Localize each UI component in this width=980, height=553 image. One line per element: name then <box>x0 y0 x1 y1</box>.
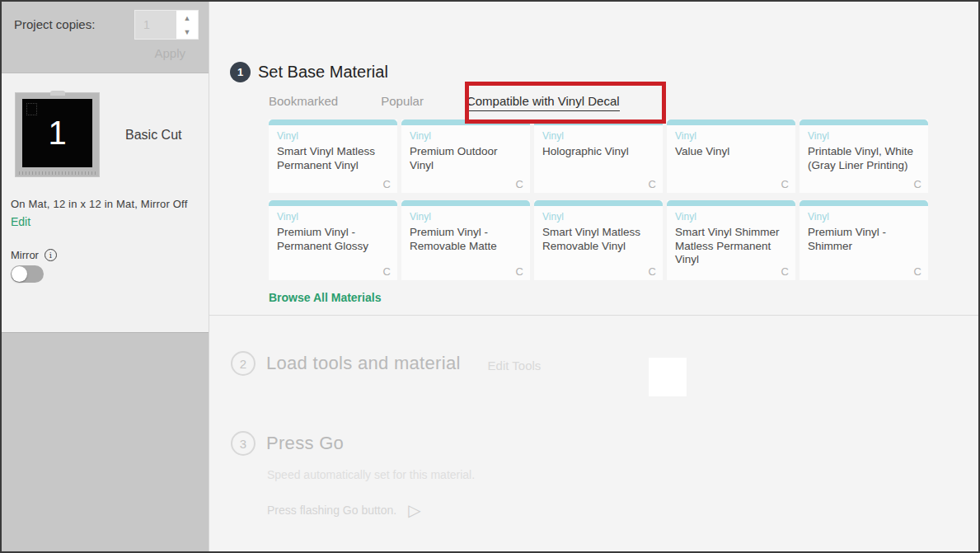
speed-note: Speed automatically set for this materia… <box>267 468 475 481</box>
material-card[interactable]: Vinyl Holographic Vinyl C <box>534 120 663 193</box>
card-accent-bar <box>667 200 795 206</box>
card-accent-bar <box>401 200 530 206</box>
spinner-down-icon[interactable]: ▼ <box>176 25 198 39</box>
mat-ruler-ticks <box>19 171 96 175</box>
material-category: Vinyl <box>808 130 920 142</box>
material-category: Vinyl <box>542 211 654 223</box>
cricut-c-icon: C <box>383 178 391 190</box>
card-accent-bar <box>667 120 795 125</box>
material-name: Holographic Vinyl <box>542 145 654 159</box>
material-category: Vinyl <box>410 211 522 223</box>
press-go-row: Press flashing Go button. ▷ <box>267 502 421 518</box>
material-card[interactable]: Vinyl Premium Vinyl - Shimmer C <box>799 200 928 280</box>
project-copies-label: Project copies: <box>14 17 95 31</box>
material-name: Premium Vinyl - Shimmer <box>808 226 920 253</box>
mat-summary: On Mat, 12 in x 12 in Mat, Mirror Off <box>11 198 204 210</box>
info-icon[interactable]: i <box>45 249 57 261</box>
card-accent-bar <box>799 120 928 125</box>
material-card[interactable]: Vinyl Premium Vinyl - Permanent Glossy C <box>269 200 397 280</box>
step3-header: 3 Press Go <box>231 431 344 456</box>
cricut-c-icon: C <box>383 265 391 278</box>
material-name: Value Vinyl <box>675 145 787 159</box>
material-name: Premium Vinyl - Removable Matte <box>410 226 522 253</box>
cricut-c-icon: C <box>914 265 921 278</box>
step1-badge: 1 <box>230 62 251 82</box>
annotation-red-box <box>465 82 666 124</box>
material-name: Smart Vinyl Shimmer Matless Permanent Vi… <box>675 226 787 267</box>
cricut-c-icon: C <box>649 265 656 278</box>
cricut-c-icon: C <box>781 265 789 278</box>
sidebar-footer <box>2 332 209 551</box>
step1-header: 1 Set Base Material <box>230 62 388 82</box>
card-accent-bar <box>269 120 397 125</box>
material-category: Vinyl <box>675 211 787 223</box>
tab-popular[interactable]: Popular <box>381 94 424 111</box>
step2-title: Load tools and material <box>266 353 461 374</box>
mat-material-area: 1 <box>22 99 92 167</box>
material-category: Vinyl <box>277 130 389 142</box>
project-copies-input[interactable]: 1 ▲ ▼ <box>134 10 199 40</box>
material-card[interactable]: Vinyl Smart Vinyl Shimmer Matless Perman… <box>667 200 795 280</box>
material-card[interactable]: Vinyl Premium Vinyl - Removable Matte C <box>401 200 530 280</box>
material-category: Vinyl <box>808 211 920 223</box>
step1-title: Set Base Material <box>258 63 388 82</box>
mirror-toggle-knob <box>12 266 27 282</box>
card-accent-bar <box>799 200 928 206</box>
cricut-c-icon: C <box>516 265 523 278</box>
mat-number: 1 <box>48 115 66 152</box>
tab-bookmarked[interactable]: Bookmarked <box>269 94 338 111</box>
project-copies-panel: Project copies: 1 ▲ ▼ Apply <box>2 2 209 73</box>
project-copies-value[interactable]: 1 <box>135 11 176 39</box>
mirror-row: Mirror i <box>11 249 57 261</box>
material-category: Vinyl <box>542 130 654 142</box>
annotation-white-box <box>649 358 687 396</box>
material-card[interactable]: Vinyl Value Vinyl C <box>667 120 795 193</box>
card-accent-bar <box>534 200 663 206</box>
material-category: Vinyl <box>675 130 787 142</box>
material-name: Printable Vinyl, White (Gray Liner Print… <box>808 145 920 172</box>
cricut-c-icon: C <box>516 178 523 190</box>
material-category: Vinyl <box>410 130 522 142</box>
apply-button[interactable]: Apply <box>149 45 190 61</box>
mirror-toggle[interactable] <box>11 265 44 283</box>
mat-thumbnail[interactable]: 1 <box>16 93 99 176</box>
cricut-c-icon: C <box>914 178 921 190</box>
mirror-label: Mirror <box>11 249 39 261</box>
material-card[interactable]: Vinyl Printable Vinyl, White (Gray Liner… <box>799 120 928 193</box>
sidebar: Project copies: 1 ▲ ▼ Apply 1 Basic Cut … <box>2 2 209 551</box>
step2-header: 2 Load tools and material Edit Tools <box>231 351 541 376</box>
materials-grid: Vinyl Smart Vinyl Matless Permanent Viny… <box>269 120 929 280</box>
cricut-c-icon: C <box>781 178 789 190</box>
spinner-up-icon[interactable]: ▲ <box>176 11 198 25</box>
material-name: Smart Vinyl Matless Permanent Vinyl <box>277 145 389 172</box>
edit-link[interactable]: Edit <box>11 215 30 228</box>
card-accent-bar <box>269 200 397 206</box>
material-card[interactable]: Vinyl Smart Vinyl Matless Permanent Viny… <box>269 120 397 193</box>
cricut-logo-mark <box>26 103 37 115</box>
go-play-icon: ▷ <box>408 502 420 518</box>
cut-type-label: Basic Cut <box>125 128 181 143</box>
section-divider <box>209 315 978 316</box>
material-card[interactable]: Vinyl Smart Vinyl Matless Removable Viny… <box>534 200 663 280</box>
material-name: Premium Vinyl - Permanent Glossy <box>277 226 389 253</box>
quantity-stepper: ▲ ▼ <box>176 11 198 39</box>
material-name: Premium Outdoor Vinyl <box>410 145 522 172</box>
material-card[interactable]: Vinyl Premium Outdoor Vinyl C <box>401 120 530 193</box>
step2-badge: 2 <box>231 351 256 376</box>
make-it-screen: Project copies: 1 ▲ ▼ Apply 1 Basic Cut … <box>0 0 980 553</box>
cricut-c-icon: C <box>649 178 656 190</box>
step3-title: Press Go <box>266 433 344 454</box>
edit-tools-link[interactable]: Edit Tools <box>488 359 542 373</box>
material-category: Vinyl <box>277 211 389 223</box>
step3-badge: 3 <box>231 431 256 456</box>
browse-all-materials-link[interactable]: Browse All Materials <box>269 291 381 304</box>
press-note: Press flashing Go button. <box>267 504 396 517</box>
material-name: Smart Vinyl Matless Removable Vinyl <box>542 226 654 253</box>
